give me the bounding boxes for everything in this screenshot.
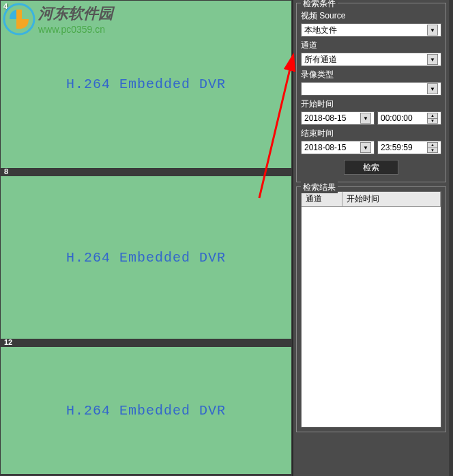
- dvr-label: H.264 Embedded DVR: [66, 403, 226, 419]
- svg-rect-1: [16, 10, 22, 29]
- dropdown-value: 所有通道: [304, 54, 337, 66]
- start-date-picker[interactable]: 2018-08-15 ▼: [301, 111, 375, 125]
- chevron-down-icon: ▼: [427, 25, 438, 36]
- start-time-input[interactable]: 00:00:00 ▲▼: [377, 111, 441, 125]
- logo-icon: [3, 3, 35, 36]
- dvr-label: H.264 Embedded DVR: [66, 76, 226, 92]
- source-dropdown[interactable]: 本地文件 ▼: [301, 23, 441, 37]
- search-results-fieldset: 检索结果 通道 开始时间: [296, 186, 446, 432]
- dropdown-value: 本地文件: [304, 25, 337, 36]
- watermark-url: www.pc0359.cn: [38, 24, 113, 35]
- dvr-label: H.264 Embedded DVR: [66, 250, 226, 266]
- fieldset-legend: 检索条件: [301, 0, 338, 10]
- divider: 12: [0, 339, 292, 346]
- tile-number: 8: [4, 167, 8, 176]
- search-button[interactable]: 检索: [344, 160, 398, 175]
- table-header: 通道 开始时间: [302, 192, 441, 207]
- results-table[interactable]: 通道 开始时间: [301, 191, 441, 428]
- channel-label: 通道: [301, 40, 441, 51]
- spinner-icon[interactable]: ▲▼: [427, 113, 438, 124]
- column-start-time[interactable]: 开始时间: [342, 192, 441, 206]
- video-tile-8[interactable]: H.264 Embedded DVR: [0, 176, 292, 339]
- source-label: 视频 Source: [301, 10, 441, 22]
- end-date-picker[interactable]: 2018-08-15 ▼: [301, 141, 375, 154]
- tile-number: 12: [4, 338, 12, 346]
- video-tile-12[interactable]: H.264 Embedded DVR: [0, 346, 292, 475]
- end-time-label: 结束时间: [301, 128, 441, 139]
- search-conditions-fieldset: 检索条件 视频 Source 本地文件 ▼ 通道 所有通道 ▼ 录像类型 ▼ 开…: [296, 3, 446, 182]
- spinner-icon[interactable]: ▲▼: [427, 142, 438, 153]
- time-value: 23:59:59: [381, 143, 413, 152]
- watermark-brand: 河东软件园: [38, 3, 113, 24]
- chevron-down-icon: ▼: [427, 83, 438, 94]
- divider: 8: [0, 169, 292, 176]
- channel-dropdown[interactable]: 所有通道 ▼: [301, 53, 441, 66]
- date-value: 2018-08-15: [304, 113, 346, 123]
- search-panel: 检索条件 视频 Source 本地文件 ▼ 通道 所有通道 ▼ 录像类型 ▼ 开…: [292, 0, 449, 476]
- date-value: 2018-08-15: [304, 143, 346, 152]
- chevron-down-icon: ▼: [427, 54, 438, 65]
- end-time-input[interactable]: 23:59:59 ▲▼: [377, 141, 441, 154]
- start-time-label: 开始时间: [301, 98, 441, 110]
- record-type-dropdown[interactable]: ▼: [301, 82, 441, 96]
- chevron-down-icon: ▼: [360, 113, 371, 124]
- time-value: 00:00:00: [381, 113, 413, 123]
- watermark: 河东软件园 www.pc0359.cn: [3, 3, 113, 36]
- chevron-down-icon: ▼: [360, 142, 371, 153]
- column-channel[interactable]: 通道: [302, 192, 342, 206]
- fieldset-legend: 检索结果: [301, 182, 338, 193]
- record-type-label: 录像类型: [301, 69, 441, 81]
- video-grid: 河东软件园 www.pc0359.cn 4 H.264 Embedded DVR…: [0, 0, 292, 476]
